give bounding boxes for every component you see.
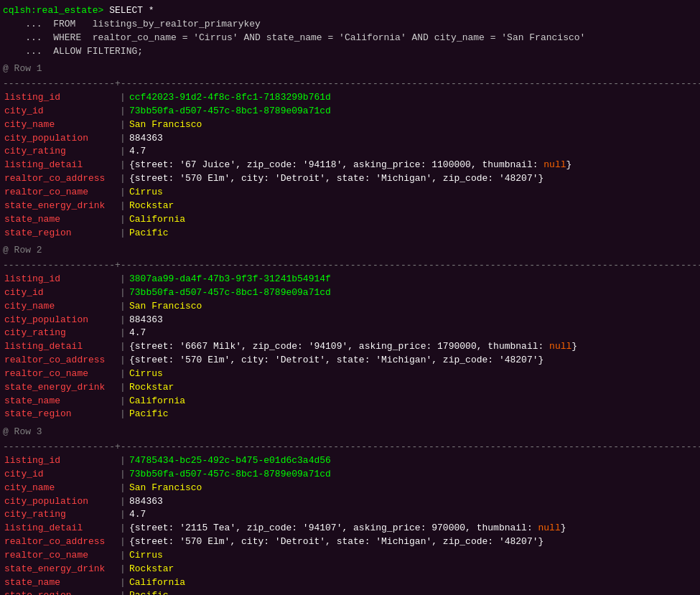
field-sep: | xyxy=(118,159,128,172)
from-line: ... FROM listings_by_realtor_primarykey xyxy=(3,18,697,32)
table-row: realtor_co_name | Cirrus xyxy=(3,186,697,200)
prompt-cqlsh: cqlsh:real_estate> xyxy=(3,5,103,16)
table-row: city_id | 73bb50fa-d507-457c-8bc1-8789e0… xyxy=(3,468,697,482)
field-sep: | xyxy=(118,172,128,186)
table-row: state_region | Pacific xyxy=(3,589,697,595)
table-row: city_id | 73bb50fa-d507-457c-8bc1-8789e0… xyxy=(3,105,697,118)
field-city-name-name: city_name xyxy=(3,118,118,132)
field-sep: | xyxy=(118,145,128,159)
table-row: realtor_co_address | {street: '570 Elm',… xyxy=(3,172,697,186)
table-row: state_name | California xyxy=(3,213,697,227)
table-row: state_name | California xyxy=(3,576,697,590)
field-city-pop-val: 884363 xyxy=(128,132,697,146)
row-1-table: listing_id | ccf42023-91d2-4f8c-8fc1-718… xyxy=(3,91,697,240)
row-3-header: @ Row 3 xyxy=(3,426,697,439)
field-city-id-val: 73bb50fa-d507-457c-8bc1-8789e09a71cd xyxy=(128,105,697,118)
field-state-region-val: Pacific xyxy=(128,227,697,240)
table-row: city_id | 73bb50fa-d507-457c-8bc1-8789e0… xyxy=(3,286,697,300)
table-row: realtor_co_address | {street: '570 Elm',… xyxy=(3,535,697,549)
where-line: ... WHERE realtor_co_name = 'Cirrus' AND… xyxy=(3,32,697,45)
field-sep: | xyxy=(118,227,128,240)
table-row: city_rating | 4.7 xyxy=(3,145,697,159)
field-sep: | xyxy=(118,118,128,132)
field-city-rating-name: city_rating xyxy=(3,145,118,159)
table-row: realtor_co_address | {street: '570 Elm',… xyxy=(3,354,697,367)
table-row: state_region | Pacific xyxy=(3,227,697,240)
field-sep: | xyxy=(118,200,128,213)
field-city-id-name: city_id xyxy=(3,105,118,118)
table-row: listing_id | 3807aa99-da4f-47b3-9f3f-312… xyxy=(3,273,697,286)
field-sep: | xyxy=(118,105,128,118)
field-energy-drink-val: Rockstar xyxy=(128,200,697,213)
table-row: city_population | 884363 xyxy=(3,314,697,327)
field-state-name-val: California xyxy=(128,213,697,227)
field-city-pop-name: city_population xyxy=(3,132,118,146)
terminal: cqlsh:real_estate> SELECT * ... FROM lis… xyxy=(0,0,700,595)
allow-line: ... ALLOW FILTERING; xyxy=(3,45,697,59)
table-row: state_name | California xyxy=(3,395,697,408)
table-row: city_population | 884363 xyxy=(3,495,697,509)
table-row: realtor_co_name | Cirrus xyxy=(3,549,697,563)
field-sep: | xyxy=(118,91,128,105)
row-2-divider: --------------------+-------------------… xyxy=(3,259,697,273)
table-row: city_population | 884363 xyxy=(3,132,697,146)
table-row: listing_detail | {street: '67 Juice', zi… xyxy=(3,159,697,172)
field-state-name-name: state_name xyxy=(3,213,118,227)
field-sep: | xyxy=(118,213,128,227)
table-row: city_rating | 4.7 xyxy=(3,327,697,340)
field-city-rating-val: 4.7 xyxy=(128,145,697,159)
prompt-line: cqlsh:real_estate> SELECT * xyxy=(3,4,697,18)
table-row: state_energy_drink | Rockstar xyxy=(3,200,697,213)
row-1-header: @ Row 1 xyxy=(3,62,697,76)
field-listing-id-val: ccf42023-91d2-4f8c-8fc1-7183299b761d xyxy=(128,91,697,105)
row-2-header: @ Row 2 xyxy=(3,244,697,258)
table-row: state_energy_drink | Rockstar xyxy=(3,381,697,395)
field-realtor-name-val: Cirrus xyxy=(128,186,697,200)
field-realtor-addr-val: {street: '570 Elm', city: 'Detroit', sta… xyxy=(128,172,697,186)
field-city-name-val: San Francisco xyxy=(128,118,697,132)
field-sep: | xyxy=(118,186,128,200)
table-row: city_name | San Francisco xyxy=(3,300,697,314)
table-row: listing_detail | {street: '2115 Tea', zi… xyxy=(3,522,697,535)
row-3-divider: --------------------+-------------------… xyxy=(3,441,697,454)
table-row: city_name | San Francisco xyxy=(3,118,697,132)
prompt-arrow: SELECT * xyxy=(103,5,154,16)
field-state-region-name: state_region xyxy=(3,227,118,240)
table-row: listing_detail | {street: '6667 Milk', z… xyxy=(3,340,697,354)
table-row: listing_id | 74785434-bc25-492c-b475-e01… xyxy=(3,454,697,468)
field-listing-id-name: listing_id xyxy=(3,91,118,105)
table-row: city_rating | 4.7 xyxy=(3,508,697,522)
field-realtor-addr-name: realtor_co_address xyxy=(3,172,118,186)
row-3-table: listing_id | 74785434-bc25-492c-b475-e01… xyxy=(3,454,697,595)
field-energy-drink-name: state_energy_drink xyxy=(3,200,118,213)
table-row: listing_id | ccf42023-91d2-4f8c-8fc1-718… xyxy=(3,91,697,105)
row-1-divider: --------------------+-------------------… xyxy=(3,78,697,91)
table-row: city_name | San Francisco xyxy=(3,482,697,495)
field-listing-detail-val: {street: '67 Juice', zip_code: '94118', … xyxy=(128,159,697,172)
row-2-table: listing_id | 3807aa99-da4f-47b3-9f3f-312… xyxy=(3,273,697,421)
field-realtor-name-name: realtor_co_name xyxy=(3,186,118,200)
field-sep: | xyxy=(118,132,128,146)
table-row: realtor_co_name | Cirrus xyxy=(3,367,697,381)
table-row: state_energy_drink | Rockstar xyxy=(3,563,697,576)
field-listing-detail-name: listing_detail xyxy=(3,159,118,172)
table-row: state_region | Pacific xyxy=(3,408,697,421)
